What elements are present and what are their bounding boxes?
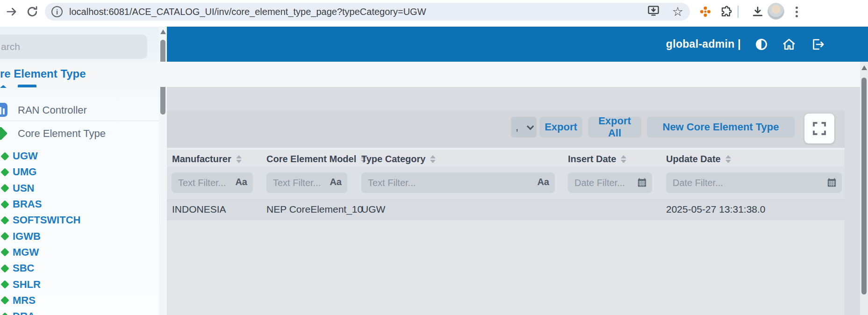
diamond-icon xyxy=(0,200,9,208)
green-diamond-icon xyxy=(0,127,7,141)
diamond-icon xyxy=(0,248,9,257)
sidebar-link-softswitch[interactable]: SOFTSWITCH xyxy=(0,212,159,228)
home-icon[interactable] xyxy=(782,37,796,51)
sort-icon[interactable] xyxy=(725,155,731,163)
table-empty-area xyxy=(167,220,845,315)
page-size-dropdown[interactable]: , xyxy=(511,117,537,137)
column-header-insert-date[interactable]: Insert Date xyxy=(568,150,626,168)
clipped-tree-arrow-fragment xyxy=(0,85,7,88)
tree-separator xyxy=(0,121,159,121)
profile-avatar[interactable] xyxy=(768,3,784,20)
orange-extension-icon[interactable] xyxy=(697,4,713,20)
sidebar-link-usn[interactable]: USN xyxy=(0,180,159,196)
site-info-icon[interactable]: i xyxy=(51,6,63,17)
bookmark-star-icon[interactable]: ☆ xyxy=(672,6,683,18)
reload-icon[interactable] xyxy=(24,4,40,20)
fullscreen-icon xyxy=(811,120,828,137)
cell-type-category: UGW xyxy=(361,199,455,220)
cell-core-element-model: NEP CoreElement_10 xyxy=(266,199,360,220)
main-content: , Export Export All New Core Element Typ… xyxy=(167,87,868,315)
address-bar[interactable]: i localhost:6081/ACE_CATALOG_UI/inv/core… xyxy=(45,3,690,21)
page-title: re Element Type xyxy=(0,67,86,80)
sort-icon[interactable] xyxy=(621,155,626,163)
calendar-icon[interactable] xyxy=(826,177,837,190)
sort-icon[interactable] xyxy=(236,155,242,163)
column-header-type-category[interactable]: Type Category xyxy=(361,150,436,168)
app-window: i localhost:6081/ACE_CATALOG_UI/inv/core… xyxy=(0,0,868,315)
contrast-icon[interactable] xyxy=(756,39,767,50)
new-core-element-type-button[interactable]: New Core Element Type xyxy=(647,117,795,137)
diamond-icon xyxy=(0,216,9,224)
sidebar-link-shlr[interactable]: SHLR xyxy=(0,276,159,292)
user-label: global-admin | xyxy=(666,38,741,50)
diamond-icon xyxy=(0,152,9,160)
sidebar-link-mgw[interactable]: MGW xyxy=(0,244,159,260)
column-header-update-date[interactable]: Update Date xyxy=(666,150,731,168)
sidebar-link-bras[interactable]: BRAS xyxy=(0,196,159,212)
diamond-icon xyxy=(0,184,9,193)
toolbar-divider xyxy=(738,6,739,18)
filter-type-category[interactable]: Aa xyxy=(361,172,555,193)
diamond-icon xyxy=(0,168,9,176)
filter-update-date[interactable] xyxy=(666,172,842,193)
column-header-manufacturer[interactable]: Manufacturer xyxy=(172,150,242,168)
table-toolbar: , Export Export All New Core Element Typ… xyxy=(167,111,845,147)
filter-insert-date[interactable] xyxy=(568,172,652,193)
sidebar-link-umg[interactable]: UMG xyxy=(0,164,159,180)
browser-toolbar: i localhost:6081/ACE_CATALOG_UI/inv/core… xyxy=(0,0,868,23)
app-header: global-admin | xyxy=(167,27,868,62)
url-text[interactable]: localhost:6081/ACE_CATALOG_UI/inv/core_e… xyxy=(69,7,647,17)
scroll-up-arrow[interactable] xyxy=(160,29,166,34)
sidebar-link-dra[interactable]: DRA xyxy=(0,308,159,315)
clipped-tree-fragment xyxy=(18,85,36,87)
chevron-down-icon xyxy=(527,122,534,130)
extensions-puzzle-icon[interactable] xyxy=(718,4,734,20)
install-icon[interactable] xyxy=(647,4,660,19)
sidebar-item-core-element-type[interactable]: Core Element Type xyxy=(0,123,159,144)
bar-chart-icon xyxy=(0,103,7,117)
export-button[interactable]: Export xyxy=(539,117,582,137)
download-icon[interactable] xyxy=(750,4,766,20)
dropdown-value: , xyxy=(516,121,518,133)
diamond-icon xyxy=(0,232,9,240)
forward-icon[interactable] xyxy=(4,4,20,20)
table-row[interactable]: INDONESIA NEP CoreElement_10 UGW 2025-05… xyxy=(167,199,845,220)
tree-node-label: Core Element Type xyxy=(18,128,106,140)
diamond-icon xyxy=(0,264,9,272)
column-header-core-element-model[interactable]: Core Element Model xyxy=(266,150,366,168)
diamond-icon xyxy=(0,296,9,305)
table-filter-row: Aa Aa Aa xyxy=(167,167,845,199)
fullscreen-button[interactable] xyxy=(804,114,834,143)
text-filter-input[interactable] xyxy=(361,172,555,193)
filter-core-element-model[interactable]: Aa xyxy=(266,172,347,193)
sidebar-item-ran-controller[interactable]: RAN Controller xyxy=(0,100,159,121)
cell-insert-date xyxy=(568,199,661,220)
date-filter-input[interactable] xyxy=(666,172,842,193)
case-sensitivity-icon[interactable]: Aa xyxy=(537,177,549,187)
title-strip: re Element Type xyxy=(0,62,860,87)
menu-dots-icon[interactable] xyxy=(792,4,801,19)
sidebar-link-sbc[interactable]: SBC xyxy=(0,260,159,276)
logout-icon[interactable] xyxy=(811,37,825,51)
sidebar-search[interactable] xyxy=(0,35,147,59)
tree-node-label: RAN Controller xyxy=(18,104,87,116)
case-sensitivity-icon[interactable]: Aa xyxy=(235,177,247,187)
search-input[interactable] xyxy=(0,35,147,59)
export-all-button[interactable]: Export All xyxy=(588,117,641,137)
diamond-icon xyxy=(0,312,9,315)
scroll-up-arrow[interactable] xyxy=(861,65,867,70)
sidebar-link-ugw[interactable]: UGW xyxy=(0,148,159,164)
table-header-row: Manufacturer Core Element Model Type Cat… xyxy=(167,148,845,167)
cell-manufacturer: INDONESIA xyxy=(172,199,261,220)
filter-manufacturer[interactable]: Aa xyxy=(172,172,253,193)
sidebar-link-igwb[interactable]: IGWB xyxy=(0,228,159,244)
sort-icon[interactable] xyxy=(430,155,436,163)
calendar-icon[interactable] xyxy=(637,177,647,190)
core-element-type-links: UGW UMG USN BRAS SOFTSWITCH IGWB MGW SBC… xyxy=(0,148,159,315)
main-scrollbar xyxy=(860,62,868,315)
scrollbar-thumb[interactable] xyxy=(861,78,867,294)
sidebar-link-mrs[interactable]: MRS xyxy=(0,293,159,308)
cell-update-date: 2025-05-27 13:31:38.0 xyxy=(666,199,844,220)
case-sensitivity-icon[interactable]: Aa xyxy=(330,177,342,187)
diamond-icon xyxy=(0,280,9,288)
